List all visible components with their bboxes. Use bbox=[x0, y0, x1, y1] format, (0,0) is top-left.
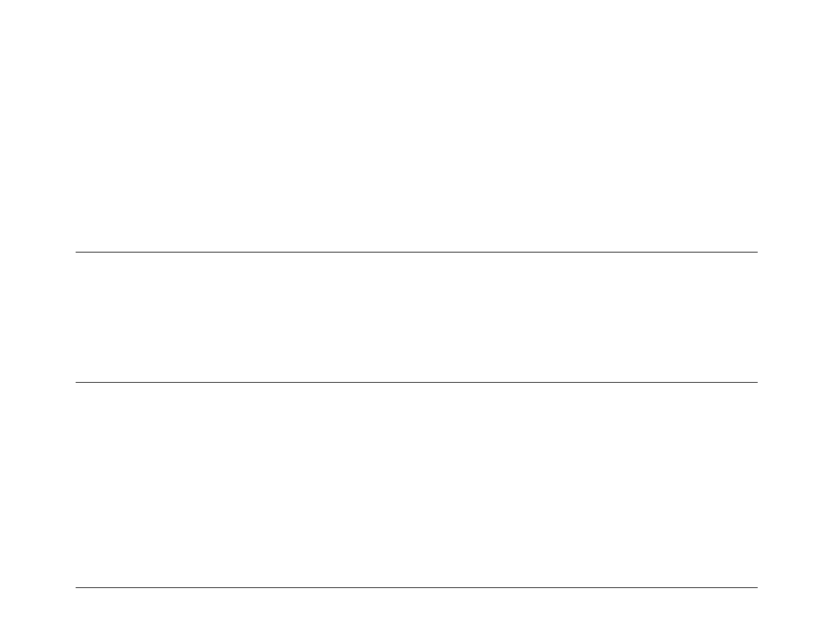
horizontal-rule bbox=[76, 252, 758, 252]
horizontal-rule bbox=[76, 587, 758, 588]
horizontal-rule bbox=[76, 382, 758, 383]
